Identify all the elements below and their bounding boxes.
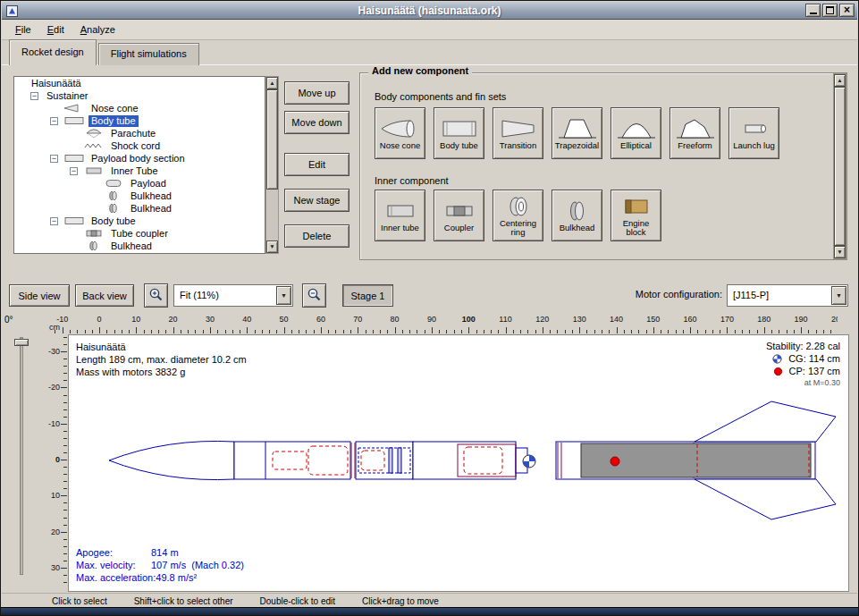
tree-item-bulkhead[interactable]: Bulkhead <box>14 190 265 202</box>
tree-expander[interactable]: − <box>50 217 58 225</box>
add-inner-tube-button[interactable]: Inner tube <box>375 190 425 241</box>
ruler-tick <box>136 327 137 333</box>
ruler-tick <box>262 330 263 333</box>
add-bulkhead-button[interactable]: Bulkhead <box>552 190 602 241</box>
rocket-canvas[interactable]: Haisunäätä Length 189 cm, max. diameter … <box>68 334 849 592</box>
tree-item-sustainer[interactable]: −Sustainer <box>14 89 265 102</box>
ruler-tick <box>609 330 610 333</box>
move-up-button[interactable]: Move up <box>284 81 349 105</box>
move-down-button[interactable]: Move down <box>284 111 349 134</box>
ruler-tick <box>61 495 67 496</box>
scroll-down-button[interactable]: ▼ <box>266 240 278 253</box>
component-button-label: Bulkhead <box>560 224 595 232</box>
tree-item-nose-cone[interactable]: Nose cone <box>14 102 265 114</box>
add-coupler-button[interactable]: Coupler <box>434 190 484 241</box>
scrollbar-thumb[interactable] <box>834 87 846 246</box>
tree-item-parachute[interactable]: Parachute <box>14 127 265 139</box>
scroll-up-button[interactable]: ▲ <box>834 74 846 87</box>
rotation-slider-thumb[interactable] <box>14 339 29 346</box>
zoom-in-button[interactable] <box>144 283 168 308</box>
titlebar[interactable]: Haisunäätä (haisunaata.ork) × <box>2 2 857 20</box>
shockcord-icon <box>83 140 105 151</box>
tree-expander[interactable]: − <box>70 167 78 175</box>
tree-item-haisun-t[interactable]: Haisunäätä <box>14 77 265 89</box>
add-transition-button[interactable]: Transition <box>493 107 543 159</box>
tab-strip: Rocket designFlight simulations <box>9 39 201 65</box>
ruler-tick <box>550 330 551 333</box>
coupler-icon <box>439 199 480 223</box>
side-view-button[interactable]: Side view <box>9 284 70 307</box>
menu-analyze[interactable]: Analyze <box>72 21 123 38</box>
add-freeform-button[interactable]: Freeform <box>670 107 720 159</box>
ruler-tick <box>491 330 492 333</box>
tree-item-payload-body-section[interactable]: −Payload body section <box>14 152 265 165</box>
tree-item-bulkhead[interactable]: Bulkhead <box>14 240 265 252</box>
body-tube-shape[interactable] <box>234 442 350 479</box>
add-component-title: Add new component <box>368 65 472 76</box>
close-button[interactable]: × <box>839 4 855 17</box>
edit-button[interactable]: Edit <box>284 153 349 176</box>
scrollbar-thumb[interactable] <box>266 89 278 190</box>
ruler-tick <box>63 553 67 554</box>
chevron-down-icon[interactable]: ▼ <box>276 286 291 305</box>
tree-expander[interactable]: − <box>30 92 38 100</box>
chevron-down-icon[interactable]: ▼ <box>831 286 846 305</box>
tree-scrollbar[interactable]: ▲ ▼ <box>265 76 279 254</box>
ruler-label: 10 <box>51 491 60 500</box>
cg-icon <box>772 354 782 364</box>
fin-bottom-shape[interactable] <box>695 479 836 519</box>
scroll-up-button[interactable]: ▲ <box>266 77 278 89</box>
tree-item-tube-coupler[interactable]: Tube coupler <box>14 227 265 240</box>
tree-item-shock-cord[interactable]: Shock cord <box>14 139 265 152</box>
ruler-tick <box>158 330 159 333</box>
ruler-tick <box>63 366 67 367</box>
tree-item-bulkhead[interactable]: Bulkhead <box>14 202 265 215</box>
ruler-tick <box>114 330 115 333</box>
new-stage-button[interactable]: New stage <box>284 189 349 212</box>
zoom-select[interactable]: Fit (11%) ▼ <box>173 284 293 307</box>
zoom-out-button[interactable] <box>302 283 326 308</box>
maximize-button[interactable] <box>822 4 838 17</box>
tree-expander[interactable]: − <box>50 117 58 125</box>
bulkhead-shape <box>398 448 401 473</box>
tab-flight-simulations[interactable]: Flight simulations <box>98 43 199 65</box>
menu-file[interactable]: File <box>7 21 39 38</box>
add-engine-block-button[interactable]: Engine block <box>611 190 661 241</box>
tab-rocket-design[interactable]: Rocket design <box>9 39 97 65</box>
add-elliptical-button[interactable]: Elliptical <box>611 107 661 159</box>
tree-item-label: Bulkhead <box>128 190 174 202</box>
rotation-slider[interactable] <box>20 337 23 575</box>
component-tree[interactable]: Haisunäätä−SustainerNose cone−Body tubeP… <box>13 76 265 254</box>
add-body-tube-button[interactable]: Body tube <box>434 107 484 159</box>
ruler-tick <box>129 330 130 333</box>
ruler-tick <box>801 327 802 333</box>
ruler-tick <box>63 402 67 403</box>
ruler-tick <box>247 327 248 333</box>
tree-expander[interactable]: − <box>50 155 58 163</box>
tree-item-body-tube[interactable]: −Body tube <box>14 114 265 127</box>
delete-button[interactable]: Delete <box>284 224 349 248</box>
back-view-button[interactable]: Back view <box>75 284 134 307</box>
ruler-label: 160 <box>684 315 697 324</box>
motor-configuration-select[interactable]: [J115-P] ▼ <box>727 284 848 307</box>
tree-item-body-tube[interactable]: −Body tube <box>14 215 265 227</box>
tree-item-inner-tube[interactable]: −Inner Tube <box>14 165 265 177</box>
tree-item-payload[interactable]: Payload <box>14 177 265 190</box>
fin-top-shape[interactable] <box>695 401 836 442</box>
scroll-down-button[interactable]: ▼ <box>834 246 846 258</box>
ruler-label: 120 <box>535 315 549 324</box>
add-trapezoidal-button[interactable]: Trapezoidal <box>552 107 602 159</box>
nose-cone-shape[interactable] <box>109 441 234 479</box>
ruler-tick <box>165 330 166 333</box>
ruler-tick <box>63 539 67 540</box>
add-nose-cone-button[interactable]: Nose cone <box>375 107 425 159</box>
add-panel-scrollbar[interactable]: ▲ ▼ <box>833 73 846 259</box>
component-button-label: Body tube <box>440 141 478 150</box>
stage-1-toggle[interactable]: Stage 1 <box>342 284 393 307</box>
minimize-button[interactable] <box>805 4 821 17</box>
ruler-tick <box>343 330 344 333</box>
add-launch-lug-button[interactable]: Launch lug <box>728 107 779 159</box>
add-centering-ring-button[interactable]: Centering ring <box>493 190 543 241</box>
ruler-tick <box>188 330 189 333</box>
menu-edit[interactable]: Edit <box>39 21 72 38</box>
